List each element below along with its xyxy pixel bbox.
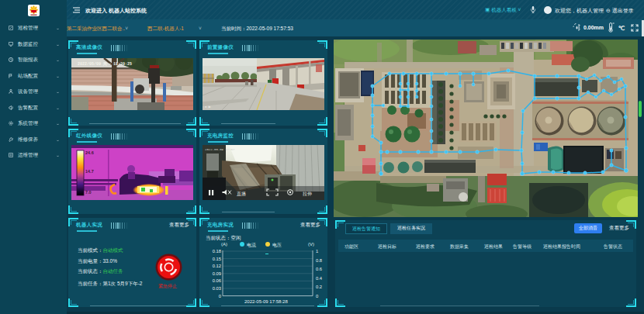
svg-text:0.8: 0.8 xyxy=(316,258,322,263)
svg-text:0.03: 0.03 xyxy=(213,286,221,291)
svg-text:电流: 电流 xyxy=(247,242,256,248)
svg-text:24.6: 24.6 xyxy=(85,150,94,155)
svg-text:0.2: 0.2 xyxy=(316,285,322,289)
svg-text:0.06: 0.06 xyxy=(213,278,221,283)
svg-text:● ▶: ● ▶ xyxy=(205,105,212,109)
svg-text:2022-05-09 17:58:28: 2022-05-09 17:58:28 xyxy=(244,299,288,304)
svg-text:7.0: 7.0 xyxy=(85,190,92,195)
svg-text:0.4: 0.4 xyxy=(316,276,323,281)
svg-text:14.7: 14.7 xyxy=(85,169,94,174)
svg-text:0: 0 xyxy=(316,294,318,298)
svg-text:0.15: 0.15 xyxy=(213,257,221,261)
svg-text:(A): (A) xyxy=(221,242,227,247)
svg-text:(V): (V) xyxy=(308,242,314,247)
svg-text:1: 1 xyxy=(316,249,318,254)
svg-text:直播: 直播 xyxy=(237,192,246,197)
svg-text:0: 0 xyxy=(219,294,221,298)
svg-text:拉伸: 拉伸 xyxy=(303,192,312,196)
svg-text:0.6: 0.6 xyxy=(316,267,322,271)
svg-text:2022-05-09 17:57: 2022-05-09 17:57 xyxy=(205,148,235,151)
svg-text:0.18: 0.18 xyxy=(213,249,221,254)
svg-text:2022/05/09 周一 18:39:25: 2022/05/09 周一 18:39:25 xyxy=(78,61,132,67)
svg-text:0.09: 0.09 xyxy=(213,271,221,276)
svg-text:0.12: 0.12 xyxy=(213,264,221,268)
svg-text:电压: 电压 xyxy=(272,242,282,247)
